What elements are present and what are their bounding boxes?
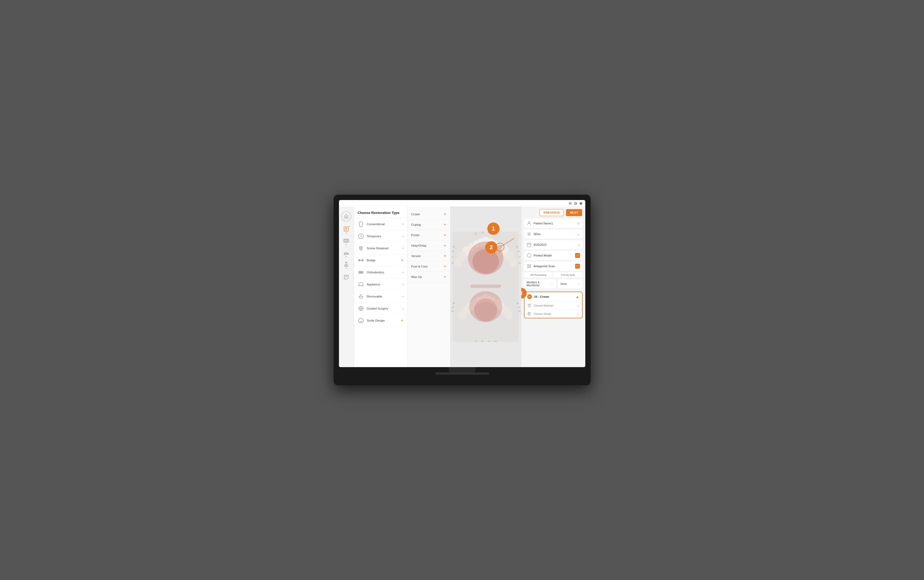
- tooth-label: 24 : Crown: [534, 295, 573, 298]
- svg-text:32: 32: [474, 340, 477, 343]
- patient-icon: [527, 221, 532, 226]
- svg-text:17: 17: [451, 256, 453, 258]
- next-button[interactable]: NEXT: [566, 209, 582, 216]
- svg-point-76: [474, 298, 497, 321]
- subitem-coping[interactable]: Coping +: [407, 219, 450, 230]
- subitem-post-core[interactable]: Post & Core +: [407, 261, 450, 272]
- subitem-panel: Crown + Coping + Pontic + Inlay/Onlay + …: [407, 206, 450, 367]
- bridge-icon: [358, 257, 364, 264]
- svg-point-89: [528, 233, 530, 235]
- mill-row[interactable]: 3Disc ⌄: [524, 229, 583, 239]
- category-item-appliance[interactable]: Appliance ›: [354, 278, 407, 290]
- svg-point-18: [359, 272, 360, 273]
- sidebar-chevron-3: ▼: [345, 255, 347, 258]
- temporary-icon: [358, 233, 364, 239]
- smile-design-icon: [358, 317, 364, 324]
- svg-text:42: 42: [494, 340, 497, 343]
- material-icon: [527, 303, 532, 308]
- date-row[interactable]: 9/25/2022 ›: [524, 240, 583, 249]
- date-text: 9/25/2022: [534, 243, 576, 246]
- printed-model-checkbox[interactable]: ✓: [575, 253, 580, 258]
- mill-chevron[interactable]: ⌄: [577, 232, 580, 236]
- selection-close-btn[interactable]: ✕: [527, 294, 532, 299]
- subitem-pontic[interactable]: Pontic +: [407, 230, 450, 241]
- antagonist-scan-checkbox[interactable]: ✓: [575, 264, 580, 269]
- home-button[interactable]: [341, 211, 351, 221]
- tab-pre-op-scan[interactable]: Pre-Op Scan: [554, 272, 583, 278]
- category-item-conventional[interactable]: Conventional ›: [354, 218, 407, 230]
- date-arrow[interactable]: ›: [579, 242, 580, 247]
- svg-point-28: [359, 318, 363, 323]
- shade-field[interactable]: Choose Shade ⌄: [524, 310, 582, 318]
- svg-point-44: [454, 258, 462, 267]
- subitem-wax-up[interactable]: Wax Up +: [407, 272, 450, 282]
- shade-icon: [527, 312, 532, 316]
- conventional-arrow: ›: [402, 222, 404, 226]
- guided-surgery-arrow: ›: [402, 306, 404, 310]
- svg-text:41: 41: [488, 340, 490, 343]
- svg-text:33: 33: [453, 302, 455, 305]
- patient-name-text: Patient Name1: [534, 222, 575, 225]
- material-label: Choose Material: [534, 304, 575, 307]
- category-item-smile-design[interactable]: Smile Design +: [354, 315, 407, 327]
- coping-plus: +: [444, 222, 446, 227]
- svg-point-74: [505, 310, 513, 320]
- icon-sidebar: ✓ ▼ ▼: [339, 206, 354, 367]
- svg-rect-8: [344, 254, 349, 254]
- none-dropdown[interactable]: None ⌄: [558, 279, 582, 288]
- chart-area[interactable]: 1 2 12 11 21 22: [450, 206, 521, 367]
- right-top-bar: PREVIOUS NEXT: [521, 206, 585, 219]
- minimize-button[interactable]: −: [569, 202, 572, 205]
- close-button[interactable]: ✕: [580, 202, 583, 205]
- right-panel-body: Patient Name1 ⊗ 3Disc ⌄: [521, 219, 585, 367]
- printed-model-text: Printed Model: [534, 254, 573, 257]
- category-item-temporary[interactable]: Temporary ›: [354, 230, 407, 242]
- svg-point-19: [361, 272, 361, 273]
- mill-text: 3Disc: [534, 232, 575, 236]
- sidebar-item-notes[interactable]: [341, 272, 352, 282]
- sidebar-item-teeth-full[interactable]: ▼: [341, 236, 352, 247]
- svg-point-50: [472, 249, 499, 274]
- svg-text:27: 27: [518, 256, 520, 258]
- selection-collapse-btn[interactable]: ▲: [576, 295, 580, 299]
- patient-clear-btn[interactable]: ⊗: [577, 221, 580, 226]
- svg-text:15: 15: [453, 246, 455, 248]
- material-field[interactable]: Choose Material ⌄: [524, 301, 582, 310]
- tab-hr-processing[interactable]: HR Processing: [524, 272, 553, 278]
- right-panel: PREVIOUS NEXT Patient Name1 ⊗: [521, 206, 585, 367]
- previous-button[interactable]: PREVIOUS: [540, 209, 564, 216]
- appliance-arrow: ›: [402, 282, 404, 286]
- jaw-type-chevron: ⌄: [551, 282, 553, 286]
- laptop-stand: [449, 367, 476, 372]
- subitem-veneer[interactable]: Veneer +: [407, 251, 450, 261]
- shade-label: Choose Shade: [534, 313, 575, 315]
- laptop-base: [435, 372, 489, 375]
- sidebar-item-implant[interactable]: ▼: [341, 260, 352, 271]
- svg-point-22: [360, 308, 362, 309]
- category-item-orthodontics[interactable]: Orthodontics ›: [354, 267, 407, 278]
- category-item-removable[interactable]: Removable ›: [354, 290, 407, 303]
- orthodontics-arrow: ›: [402, 270, 404, 274]
- material-chevron: ⌄: [577, 304, 580, 307]
- antagonist-scan-row: Antagonist Scan ✓: [524, 262, 583, 271]
- svg-text:28: 28: [518, 262, 520, 264]
- selection-card-header: ✕ 24 : Crown ▲: [524, 292, 582, 301]
- mill-icon: [527, 232, 532, 236]
- sidebar-chevron-1: ▼: [345, 232, 347, 234]
- removable-arrow: ›: [402, 295, 404, 298]
- jaw-type-dropdown[interactable]: Maxillary & Mandibular ⌄: [524, 279, 557, 288]
- category-item-guided-surgery[interactable]: Guided Surgery ›: [354, 303, 407, 315]
- maximize-button[interactable]: □: [574, 202, 577, 205]
- category-item-screw-retained[interactable]: Screw Retained ›: [354, 242, 407, 254]
- appliance-icon: [358, 281, 364, 288]
- svg-text:25: 25: [516, 246, 518, 248]
- antagonist-scan-icon: [527, 264, 532, 269]
- tabs-row: HR Processing Pre-Op Scan: [524, 272, 583, 278]
- sidebar-item-arch-upper[interactable]: ▼: [341, 248, 352, 259]
- svg-text:45: 45: [518, 310, 520, 313]
- post-plus: +: [444, 264, 446, 269]
- category-item-bridge[interactable]: Bridge +: [354, 254, 407, 267]
- sidebar-item-forms[interactable]: ✓ ▼: [341, 225, 352, 236]
- subitem-inlay-onlay[interactable]: Inlay/Onlay +: [407, 241, 450, 251]
- subitem-crown[interactable]: Crown +: [407, 209, 450, 219]
